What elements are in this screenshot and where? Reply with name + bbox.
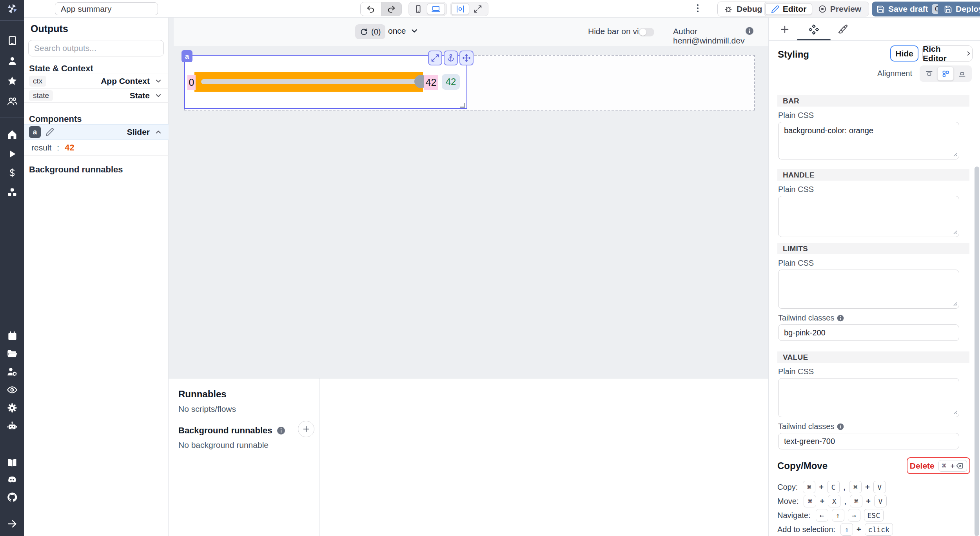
redo-button[interactable] bbox=[381, 2, 401, 16]
value-tailwind-input[interactable] bbox=[778, 433, 959, 449]
component-diamonds-icon bbox=[808, 24, 819, 35]
home-icon[interactable] bbox=[6, 129, 18, 140]
chevron-up-icon[interactable] bbox=[153, 127, 164, 138]
info-icon[interactable] bbox=[837, 314, 844, 322]
editor-canvas[interactable]: (0) once Hide bar on view Author henri@w… bbox=[169, 18, 768, 378]
groups-icon[interactable] bbox=[6, 96, 18, 107]
background-runnables-title: Background runnables bbox=[29, 165, 123, 175]
ai-robot-icon[interactable] bbox=[6, 420, 18, 432]
textarea-resize-grip[interactable] bbox=[951, 300, 958, 306]
audit-eye-icon[interactable] bbox=[6, 384, 18, 396]
limits-tailwind-input[interactable] bbox=[778, 324, 959, 341]
bar-plain-css-textarea[interactable]: background-color: orange bbox=[778, 122, 959, 159]
add-background-runnable-button[interactable] bbox=[298, 421, 314, 437]
sidebar-divider bbox=[0, 118, 24, 118]
schedules-calendar-icon[interactable] bbox=[6, 330, 18, 342]
component-slider-row[interactable]: a Slider bbox=[24, 124, 169, 140]
pencil-icon bbox=[771, 5, 779, 13]
kbd-arrow-up: ↑ bbox=[832, 509, 844, 522]
hide-styling-button[interactable]: Hide bbox=[890, 45, 918, 62]
result-value: 42 bbox=[65, 143, 74, 153]
kbd-v: V bbox=[874, 495, 887, 507]
slider-track[interactable] bbox=[201, 79, 417, 84]
move-component-button[interactable] bbox=[459, 51, 474, 65]
refresh-button[interactable]: (0) bbox=[355, 24, 385, 39]
folders-icon[interactable] bbox=[6, 348, 18, 360]
chevron-down-icon[interactable] bbox=[153, 76, 164, 87]
resize-handle-icon[interactable] bbox=[460, 103, 465, 108]
rich-editor-button[interactable]: Rich Editor bbox=[922, 45, 973, 62]
variables-dollar-icon[interactable] bbox=[6, 167, 18, 179]
chevron-down-icon bbox=[410, 27, 419, 35]
kbd-shift: ⇧ bbox=[840, 523, 853, 536]
tailwind-label: Tailwind classes bbox=[778, 422, 834, 431]
textarea-resize-grip[interactable] bbox=[951, 151, 958, 157]
component-tag-badge[interactable]: a bbox=[181, 50, 192, 62]
result-row[interactable]: result : 42 bbox=[24, 140, 169, 156]
kbd-x: X bbox=[828, 495, 840, 507]
state-type-label: State bbox=[130, 91, 150, 100]
search-outputs-input[interactable] bbox=[28, 40, 164, 56]
textarea-resize-grip[interactable] bbox=[951, 228, 958, 235]
components-title: Components bbox=[29, 114, 82, 124]
fullwidth-canvas-button[interactable] bbox=[469, 3, 486, 15]
kbd-cmd: ⌘ bbox=[850, 495, 862, 507]
chevron-down-icon[interactable] bbox=[153, 90, 164, 101]
slider-value-badge: 42 bbox=[442, 74, 460, 90]
editor-tab[interactable]: Editor bbox=[765, 3, 812, 15]
info-icon[interactable] bbox=[745, 26, 754, 36]
handle-plain-css-textarea[interactable] bbox=[778, 196, 959, 237]
value-tailwind-label: Tailwind classes bbox=[778, 422, 844, 431]
handle-plain-css-label: Plain CSS bbox=[778, 185, 814, 194]
expand-component-button[interactable] bbox=[428, 51, 442, 65]
run-mode-dropdown[interactable]: once bbox=[388, 26, 419, 36]
bar-plain-css-label: Plain CSS bbox=[778, 111, 814, 120]
undo-button[interactable] bbox=[361, 2, 381, 16]
component-settings-tab[interactable] bbox=[807, 23, 820, 36]
move-icon bbox=[462, 54, 471, 62]
docs-book-icon[interactable] bbox=[6, 457, 18, 469]
desktop-view-button[interactable] bbox=[427, 3, 445, 15]
resources-boxes-icon[interactable] bbox=[6, 187, 18, 198]
ctx-row[interactable]: ctx App Context bbox=[24, 74, 169, 88]
global-styling-tab[interactable] bbox=[836, 23, 849, 36]
runs-play-icon[interactable] bbox=[6, 148, 18, 160]
align-center-icon bbox=[942, 70, 950, 78]
edit-pencil-icon[interactable] bbox=[45, 128, 54, 136]
align-bottom-button[interactable] bbox=[954, 67, 970, 81]
panel-scrollbar[interactable] bbox=[975, 167, 979, 536]
anchor-component-button[interactable] bbox=[444, 51, 458, 65]
align-center-button[interactable] bbox=[937, 67, 954, 81]
preview-tab[interactable]: Preview bbox=[812, 3, 867, 15]
more-menu-button[interactable] bbox=[697, 4, 699, 12]
discord-icon[interactable] bbox=[6, 474, 18, 486]
github-icon[interactable] bbox=[6, 491, 18, 503]
align-top-button[interactable] bbox=[921, 67, 937, 81]
settings-gear-icon[interactable] bbox=[6, 402, 18, 414]
app-summary-input[interactable] bbox=[55, 2, 158, 15]
plus-icon bbox=[779, 24, 790, 35]
favorites-star-icon[interactable] bbox=[6, 75, 18, 87]
state-row[interactable]: state State bbox=[24, 88, 169, 103]
expand-sidebar-arrow-icon[interactable] bbox=[6, 518, 18, 530]
windmill-logo-icon[interactable] bbox=[6, 3, 18, 14]
limits-plain-css-textarea[interactable] bbox=[778, 270, 959, 309]
runnables-panel: Runnables No scripts/flows Background ru… bbox=[169, 378, 768, 536]
textarea-resize-grip[interactable] bbox=[951, 409, 958, 415]
delete-component-button[interactable]: Delete ⌘ + bbox=[907, 457, 970, 474]
kbd-v: V bbox=[873, 481, 886, 493]
sidebar-divider bbox=[0, 20, 24, 21]
value-plain-css-textarea[interactable] bbox=[778, 378, 959, 417]
user-icon[interactable] bbox=[6, 55, 18, 67]
mobile-view-button[interactable] bbox=[410, 3, 427, 15]
section-bar-header: BAR bbox=[777, 95, 969, 107]
hide-bar-toggle[interactable] bbox=[639, 28, 654, 36]
info-icon[interactable] bbox=[276, 426, 286, 435]
workers-user-settings-icon[interactable] bbox=[6, 366, 18, 378]
center-canvas-button[interactable] bbox=[451, 3, 469, 15]
deploy-button[interactable]: Deploy bbox=[938, 2, 980, 16]
workspace-icon[interactable] bbox=[6, 34, 18, 46]
insert-component-tab[interactable] bbox=[778, 23, 791, 36]
info-icon[interactable] bbox=[837, 423, 844, 431]
shortcut-row-navigate: Navigate: ← ↑ → ESC bbox=[777, 508, 884, 522]
